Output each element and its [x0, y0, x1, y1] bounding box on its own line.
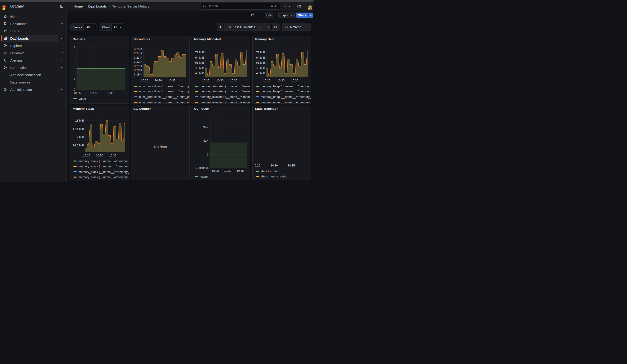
- svg-text:72 MiB: 72 MiB: [195, 51, 204, 54]
- svg-text:40 MiB: 40 MiB: [256, 71, 265, 75]
- svg-text:10:35: 10:35: [237, 169, 244, 172]
- svg-text:memory_allocated {__name__="me: memory_allocated {__name__="memory_alloc…: [200, 95, 250, 99]
- svg-text:memory_stack {__name__="memory: memory_stack {__name__="memory_stack": [78, 175, 129, 179]
- svg-text:10:25: 10:25: [202, 79, 209, 82]
- svg-text:8: 8: [74, 46, 75, 49]
- svg-text:NaN: NaN: [203, 139, 209, 142]
- svg-text:memory_stack {__name__="memory: memory_stack {__name__="memory_stack": [78, 165, 129, 168]
- svg-text:10:30: 10:30: [277, 79, 284, 82]
- svg-text:0:25: 0:25: [255, 164, 260, 167]
- svg-text:10:30: 10:30: [271, 164, 278, 167]
- svg-text:4: 4: [74, 67, 75, 70]
- svg-text:18 MiB: 18 MiB: [75, 119, 84, 122]
- svg-text:memory_heap {__name__="memory_: memory_heap {__name__="memory_heap": [261, 84, 311, 88]
- svg-text:17.5 MiB: 17.5 MiB: [73, 127, 84, 130]
- svg-text:3.24 K: 3.24 K: [134, 52, 143, 55]
- svg-text:memory_heap {__name__="memory_: memory_heap {__name__="memory_heap": [261, 90, 311, 93]
- svg-text:64 MiB: 64 MiB: [256, 56, 265, 59]
- svg-text:Value: Value: [200, 175, 208, 178]
- svg-text:memory_stack {__name__="memory: memory_stack {__name__="memory_stack": [78, 170, 129, 173]
- svg-text:40 MiB: 40 MiB: [195, 71, 204, 75]
- svg-text:10:30: 10:30: [90, 91, 97, 95]
- svg-text:3.19 K: 3.19 K: [134, 73, 143, 76]
- svg-text:memory_heap {__name__="memory_: memory_heap {__name__="memory_heap": [261, 101, 311, 103]
- svg-text:3.21 K: 3.21 K: [134, 64, 143, 67]
- svg-text:72 MiB: 72 MiB: [256, 51, 265, 54]
- svg-text:48 MiB: 48 MiB: [256, 66, 265, 69]
- svg-text:6: 6: [74, 56, 75, 59]
- svg-text:10:25: 10:25: [141, 79, 148, 82]
- svg-text:0: 0: [207, 153, 209, 156]
- svg-text:10:30: 10:30: [96, 154, 103, 157]
- svg-text:10:35: 10:35: [106, 91, 113, 95]
- svg-text:memory_allocated {__name__="me: memory_allocated {__name__="memory_alloc…: [200, 84, 250, 88]
- svg-text:0 seconds: 0 seconds: [195, 166, 209, 169]
- svg-text:3.25 K: 3.25 K: [134, 48, 143, 51]
- svg-text:num_goroutines {__name__="num_: num_goroutines {__name__="num_goroutines…: [139, 95, 190, 99]
- svg-text:64 MiB: 64 MiB: [195, 56, 204, 59]
- svg-text:No data: No data: [154, 145, 167, 149]
- svg-text:17 MiB: 17 MiB: [75, 135, 84, 139]
- svg-text:memory_stack {__name__="memory: memory_stack {__name__="memory_stack": [78, 159, 129, 163]
- svg-text:0: 0: [74, 88, 75, 91]
- svg-text:num_goroutines {__name__="num_: num_goroutines {__name__="num_goroutines…: [139, 90, 190, 93]
- svg-text:memory_allocated {__name__="me: memory_allocated {__name__="memory_alloc…: [200, 101, 250, 103]
- svg-text:10:30: 10:30: [224, 169, 231, 172]
- svg-text:56 MiB: 56 MiB: [195, 61, 204, 64]
- svg-text:3.23 K: 3.23 K: [134, 56, 143, 59]
- svg-text:10:35: 10:35: [168, 79, 175, 82]
- svg-text:10:35: 10:35: [288, 164, 295, 167]
- svg-text:state transition: state transition: [261, 169, 280, 173]
- svg-text:10:35: 10:35: [291, 79, 298, 82]
- svg-text:num_goroutines {__name__="num_: num_goroutines {__name__="num_goroutines…: [139, 101, 190, 103]
- svg-text:10:25: 10:25: [73, 91, 80, 95]
- svg-text:num_goroutines {__name__="num_: num_goroutines {__name__="num_goroutines…: [139, 84, 190, 88]
- svg-text:shard_item_created: shard_item_created: [261, 175, 287, 178]
- svg-text:16.5 MiB: 16.5 MiB: [73, 144, 84, 147]
- svg-text:memory_heap {__name__="memory_: memory_heap {__name__="memory_heap": [261, 95, 311, 99]
- svg-text:NaN: NaN: [203, 126, 209, 129]
- svg-text:48 MiB: 48 MiB: [195, 66, 204, 69]
- svg-text:10:25: 10:25: [212, 169, 219, 172]
- svg-text:Value: Value: [78, 97, 86, 100]
- svg-text:10:30: 10:30: [216, 79, 223, 82]
- svg-text:10:25: 10:25: [263, 79, 270, 82]
- svg-text:3.20 K: 3.20 K: [134, 69, 143, 72]
- svg-text:10:35: 10:35: [230, 79, 237, 82]
- svg-text:2: 2: [74, 78, 75, 81]
- svg-text:10:30: 10:30: [155, 79, 162, 82]
- svg-text:10:35: 10:35: [109, 154, 116, 157]
- svg-text:memory_allocated {__name__="me: memory_allocated {__name__="memory_alloc…: [200, 90, 250, 93]
- svg-text:56 MiB: 56 MiB: [256, 61, 265, 64]
- svg-text:10:25: 10:25: [83, 154, 90, 157]
- svg-text:3.22 K: 3.22 K: [134, 60, 143, 63]
